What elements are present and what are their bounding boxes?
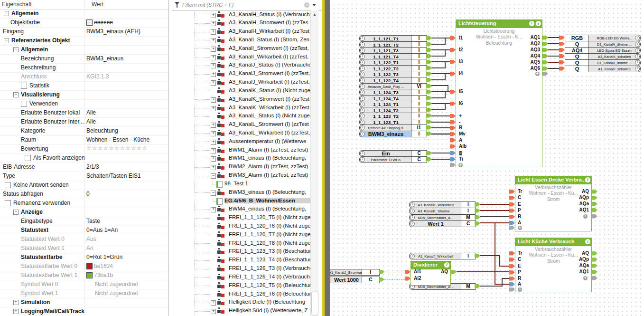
filter-input[interactable]: Filtern mit (STRG + F) xyxy=(182,2,233,8)
output-pin[interactable] xyxy=(475,215,480,220)
input-pin[interactable] xyxy=(559,48,565,52)
tree-item[interactable]: FREI_1_1_120_T7 (I) (Nicht zuge xyxy=(172,231,314,239)
input-pin[interactable] xyxy=(509,251,515,256)
tree-item[interactable]: FREI_1_1_123_T4 (I) (Beschattun xyxy=(172,256,314,264)
output-pin[interactable] xyxy=(475,254,480,258)
info-icon[interactable]: i xyxy=(360,60,365,65)
actuator-block[interactable]: A1_KanalJ_schalten xyxy=(588,66,641,72)
info-icon[interactable]: i xyxy=(360,84,365,89)
collapse-icon[interactable]: − xyxy=(211,191,216,196)
info-icon[interactable]: i xyxy=(360,102,365,106)
ref-block[interactable]: Wert 1000 xyxy=(330,277,363,283)
output-pin[interactable] xyxy=(542,48,548,52)
add-pin-icon[interactable]: + xyxy=(535,72,540,76)
property-value[interactable]: Beleuchtung xyxy=(86,127,118,134)
add-input-pin[interactable] xyxy=(450,163,456,167)
actuator-block[interactable]: D1_KanalB_dimme ... xyxy=(588,59,641,66)
input-pin[interactable] xyxy=(405,270,411,274)
filter-bar[interactable]: Filtern mit (STRG + F) × xyxy=(172,0,322,11)
ref-block[interactable]: 1_1_124_T1 xyxy=(359,101,412,107)
property-value[interactable]: 2/1/3 xyxy=(86,163,99,170)
output-pin[interactable] xyxy=(475,209,480,213)
property-value[interactable]: Schalten/Tasten EIS1 xyxy=(86,172,141,179)
input-pin[interactable] xyxy=(450,60,456,64)
tree-item[interactable]: FREI_1_1_126_T5 (I) (Beleuchtun xyxy=(172,282,314,290)
input-pin[interactable] xyxy=(450,126,456,130)
rating-stars[interactable]: ☆☆☆☆☆☆☆☆☆☆☆ xyxy=(86,145,148,152)
info-icon[interactable]: i xyxy=(410,202,415,207)
input-pin[interactable] xyxy=(559,67,565,71)
input-pin[interactable] xyxy=(509,270,515,275)
ref-block[interactable]: Wert 1 xyxy=(409,220,462,227)
output-pin[interactable] xyxy=(379,270,384,274)
expander-icon[interactable]: + xyxy=(13,300,19,305)
info-icon[interactable]: i xyxy=(360,48,365,53)
ref-block[interactable]: 1_1_123_T2 xyxy=(359,113,412,119)
expand-icon[interactable]: + xyxy=(211,140,216,145)
add-icon[interactable]: + xyxy=(529,21,534,26)
info-icon[interactable]: i xyxy=(360,96,365,101)
tree-item[interactable]: A3_KanalL_Status (I) (Nicht zuge xyxy=(172,112,314,120)
info-icon[interactable]: i xyxy=(410,215,415,220)
property-value[interactable]: Aus xyxy=(86,236,96,242)
output-pin[interactable] xyxy=(426,114,432,118)
ref-block[interactable]: Remote Air Eingang I1 xyxy=(359,124,412,131)
info-icon[interactable]: i xyxy=(360,72,365,77)
property-value[interactable]: Wohnen - Essen - Küche xyxy=(86,136,149,143)
add-output-pin[interactable] xyxy=(592,214,597,219)
info-icon[interactable]: i xyxy=(360,54,365,59)
tree-item[interactable]: +A3_KanalJ_Wirkarbeit (I) (zzTest, xyxy=(172,78,314,86)
output-pin[interactable] xyxy=(426,125,432,130)
expand-icon[interactable]: + xyxy=(211,309,216,314)
property-value[interactable]: 0=Rot 1=Grün xyxy=(86,254,122,260)
info-icon[interactable]: i xyxy=(360,125,365,130)
tree-item[interactable]: +A3_KanalH_Wirkarbeit (I) (zzTest xyxy=(172,28,314,36)
property-value[interactable]: BWM3_einaus (AEH) xyxy=(86,28,140,35)
output-pin[interactable] xyxy=(426,66,432,70)
output-pin[interactable] xyxy=(426,120,432,124)
input-pin[interactable] xyxy=(509,196,515,200)
ref-block[interactable]: Parameter TI WEK xyxy=(359,156,412,163)
expand-icon[interactable]: + xyxy=(211,13,216,18)
output-pin[interactable] xyxy=(475,284,480,288)
input-pin[interactable] xyxy=(450,72,456,76)
ref-block[interactable]: Ein xyxy=(359,150,412,157)
input-pin[interactable] xyxy=(509,264,515,268)
output-pin[interactable] xyxy=(426,54,432,58)
property-value[interactable]: BWM3_einaus xyxy=(86,55,123,62)
add-pin-icon[interactable]: + xyxy=(518,287,522,292)
info-icon[interactable]: i xyxy=(360,78,365,83)
tree-item[interactable]: +A3_KanalI_Status (I) (Strom, Zen xyxy=(172,36,314,44)
output-pin[interactable] xyxy=(426,36,432,40)
info-icon[interactable]: i xyxy=(410,254,415,259)
output-pin[interactable] xyxy=(542,54,548,58)
output-pin[interactable] xyxy=(475,202,480,207)
info-icon[interactable]: i xyxy=(360,132,365,136)
tree-item[interactable]: FREI_1_1_120_T8 (I) (Nicht zuge xyxy=(172,239,314,248)
property-value[interactable]: Alle xyxy=(86,118,96,125)
output-pin[interactable] xyxy=(592,258,597,262)
tree-item[interactable]: +A3_KanalK_Stromwert (I) (zzTest xyxy=(172,96,314,104)
expand-icon[interactable]: + xyxy=(211,300,216,306)
tree-item[interactable]: +BWM1_Alarm (I) (zzTest, zzTest) xyxy=(172,146,314,154)
output-pin[interactable] xyxy=(426,48,432,52)
property-value[interactable]: eeeeee xyxy=(94,19,113,26)
info-icon[interactable]: i xyxy=(360,108,365,113)
tree-item[interactable]: +A3_KanalL_Wirkarbeit (I) (zzTest, xyxy=(172,129,314,137)
tree-item[interactable]: +Helligkeit Süd (I) (Wetterwerte, Z xyxy=(172,307,314,315)
expand-icon[interactable]: + xyxy=(211,63,216,68)
property-value[interactable]: An xyxy=(86,245,93,251)
actuator-block[interactable]: LED-Spots EG Essen xyxy=(588,47,641,54)
output-pin[interactable] xyxy=(592,208,597,212)
tree-item[interactable]: +A3_KanalI_Stromwert (I) (zzTest, xyxy=(172,45,314,53)
info-icon[interactable]: i xyxy=(360,66,365,71)
actuator-block[interactable]: A3_KanalK_schalten xyxy=(588,53,641,60)
output-pin[interactable] xyxy=(542,60,548,65)
add-pin-icon[interactable]: + xyxy=(458,163,463,167)
output-pin[interactable] xyxy=(592,190,597,194)
expand-icon[interactable]: + xyxy=(211,55,216,60)
info-icon[interactable]: i xyxy=(635,48,640,53)
tree-item[interactable]: +BWM2_Alarm (I) (zzTest, zzTest) xyxy=(172,163,314,171)
expand-icon[interactable]: + xyxy=(211,123,216,128)
tree-item[interactable]: A3_KanalK_Status (I) (Nicht zuge xyxy=(172,87,314,95)
